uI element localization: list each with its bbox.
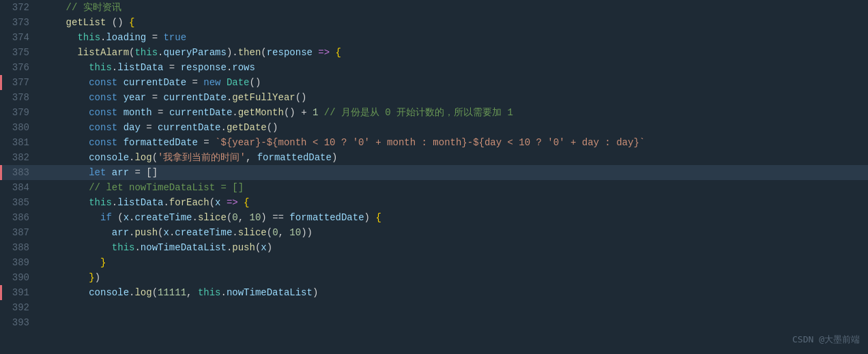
line-number-391: 391 <box>0 285 38 300</box>
code-line-391: 391 console.log(11111, this.nowTimeDataL… <box>0 285 868 300</box>
code-line-384: 384 // let nowTimeDataList = [] <box>0 180 868 195</box>
line-content-374: this.loading = true <box>38 30 868 45</box>
line-number-385: 385 <box>0 195 38 210</box>
code-line-385: 385 this.listData.forEach(x => { <box>0 195 868 210</box>
line-number-387: 387 <box>0 225 38 240</box>
line-number-384: 384 <box>0 180 38 195</box>
code-line-387: 387 arr.push(x.createTime.slice(0, 10)) <box>0 225 868 240</box>
line-number-377: 377 <box>0 75 38 90</box>
code-line-383: 383 let arr = [] <box>0 165 868 180</box>
line-content-381: const formattedDate = `${year}-${month <… <box>38 135 868 150</box>
code-line-377: 377 const currentDate = new Date() <box>0 75 868 90</box>
line-content-382: console.log('我拿到当前的时间', formattedDate) <box>38 150 868 165</box>
code-line-375: 375 listAlarm(this.queryParams).then(res… <box>0 45 868 60</box>
line-content-390: }) <box>38 270 868 285</box>
code-line-386: 386 if (x.createTime.slice(0, 10) == for… <box>0 210 868 225</box>
line-number-375: 375 <box>0 45 38 60</box>
line-number-390: 390 <box>0 270 38 285</box>
line-number-393: 393 <box>0 315 38 330</box>
line-content-380: const day = currentDate.getDate() <box>38 120 868 135</box>
code-line-392: 392 <box>0 300 868 315</box>
line-content-386: if (x.createTime.slice(0, 10) == formatt… <box>38 210 868 225</box>
code-editor: 372 // 实时资讯 373 getList () { 374 this.lo… <box>0 0 868 354</box>
code-line-382: 382 console.log('我拿到当前的时间', formattedDat… <box>0 150 868 165</box>
watermark: CSDN @大墨前端 <box>792 332 860 347</box>
line-content-379: const month = currentDate.getMonth() + 1… <box>38 105 868 120</box>
line-content-384: // let nowTimeDataList = [] <box>38 180 868 195</box>
line-content-385: this.listData.forEach(x => { <box>38 195 868 210</box>
line-number-388: 388 <box>0 240 38 255</box>
line-content-375: listAlarm(this.queryParams).then(respons… <box>38 45 868 60</box>
line-content-372: // 实时资讯 <box>38 0 868 15</box>
code-line-379: 379 const month = currentDate.getMonth()… <box>0 105 868 120</box>
line-number-381: 381 <box>0 135 38 150</box>
line-content-391: console.log(11111, this.nowTimeDataList) <box>38 285 868 300</box>
line-number-392: 392 <box>0 300 38 315</box>
code-line-389: 389 } <box>0 255 868 270</box>
line-number-380: 380 <box>0 120 38 135</box>
code-line-376: 376 this.listData = response.rows <box>0 60 868 75</box>
code-line-390: 390 }) <box>0 270 868 285</box>
line-content-387: arr.push(x.createTime.slice(0, 10)) <box>38 225 868 240</box>
code-line-388: 388 this.nowTimeDataList.push(x) <box>0 240 868 255</box>
line-content-383: let arr = [] <box>38 165 868 180</box>
code-line-378: 378 const year = currentDate.getFullYear… <box>0 90 868 105</box>
line-number-379: 379 <box>0 105 38 120</box>
code-line-381: 381 const formattedDate = `${year}-${mon… <box>0 135 868 150</box>
code-line-374: 374 this.loading = true <box>0 30 868 45</box>
code-line-373: 373 getList () { <box>0 15 868 30</box>
line-number-372: 372 <box>0 0 38 15</box>
line-number-378: 378 <box>0 90 38 105</box>
line-number-374: 374 <box>0 30 38 45</box>
code-line-372: 372 // 实时资讯 <box>0 0 868 15</box>
line-number-389: 389 <box>0 255 38 270</box>
line-content-377: const currentDate = new Date() <box>38 75 868 90</box>
line-number-373: 373 <box>0 15 38 30</box>
code-line-380: 380 const day = currentDate.getDate() <box>0 120 868 135</box>
line-number-382: 382 <box>0 150 38 165</box>
line-number-376: 376 <box>0 60 38 75</box>
line-number-383: 383 <box>0 165 38 180</box>
line-content-373: getList () { <box>38 15 868 30</box>
line-number-386: 386 <box>0 210 38 225</box>
line-content-388: this.nowTimeDataList.push(x) <box>38 240 868 255</box>
line-content-376: this.listData = response.rows <box>38 60 868 75</box>
line-content-389: } <box>38 255 868 270</box>
line-content-378: const year = currentDate.getFullYear() <box>38 90 868 105</box>
code-line-393: 393 <box>0 315 868 330</box>
